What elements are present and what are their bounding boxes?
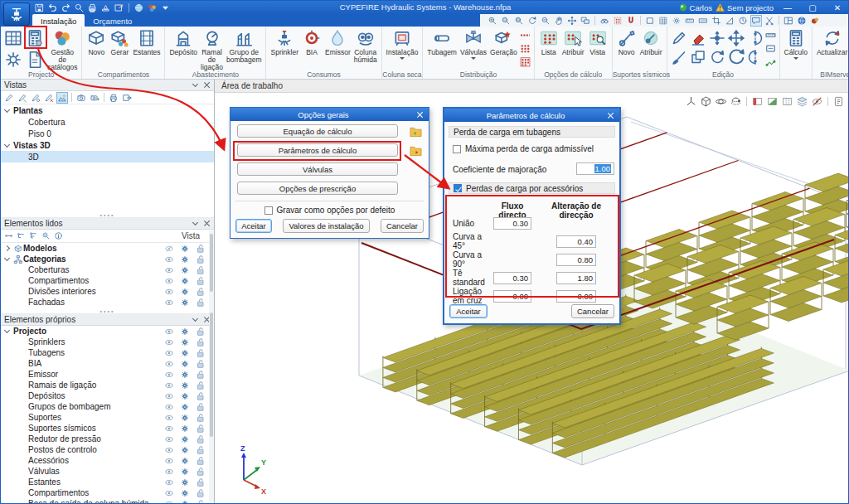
expand-chevron-icon[interactable] <box>4 328 10 334</box>
gear-blue-icon[interactable] <box>180 370 190 380</box>
bim-connect-icon[interactable] <box>133 2 144 13</box>
lock-open-icon[interactable] <box>196 499 206 504</box>
close-dialog-icon[interactable] <box>607 112 614 119</box>
view-new-icon[interactable] <box>3 92 15 104</box>
expand-chevron-icon[interactable] <box>4 143 10 148</box>
gear-blue-icon[interactable] <box>180 380 190 390</box>
gear-blue-icon[interactable] <box>180 391 190 401</box>
ramal-de-ligacao-button[interactable]: Ramal de ligação <box>199 27 225 73</box>
layers-icon[interactable] <box>796 95 808 108</box>
view-copy-icon[interactable] <box>30 92 41 104</box>
cancelar-button[interactable]: Cancelar <box>571 304 614 318</box>
gear-blue-icon[interactable] <box>180 337 190 347</box>
collapse-panel-icon[interactable] <box>192 220 198 226</box>
close-dialog-icon[interactable] <box>416 111 424 119</box>
dialog-title-bar[interactable]: Opções gerais <box>230 108 429 121</box>
report-button[interactable] <box>25 50 45 70</box>
accessory-loss-checkbox-row[interactable]: Perdas de carga por acessórios <box>449 182 615 194</box>
folder-export-icon[interactable] <box>410 145 422 157</box>
copy-icon[interactable] <box>689 48 707 66</box>
gear-blue-icon[interactable] <box>180 445 190 455</box>
lock-open-icon[interactable] <box>196 413 206 423</box>
web-icon[interactable] <box>796 15 808 27</box>
bim-models-icon[interactable] <box>147 2 158 13</box>
label-box-icon[interactable] <box>697 15 709 27</box>
tree-item-boca-de-saida-de-coluna-humida[interactable]: Boca de saída de coluna húmida <box>1 498 214 504</box>
fluxo-directo-input[interactable]: 0.30 <box>493 272 531 284</box>
deposito-button[interactable]: Depósito <box>167 27 199 57</box>
zoom-window-icon[interactable] <box>513 15 525 27</box>
alteracao-direccao-input[interactable]: 0.40 <box>556 235 596 248</box>
origin-axes-icon[interactable] <box>685 95 697 108</box>
gerar-button[interactable]: Gerar <box>108 27 131 57</box>
tree-item-bia[interactable]: BIA <box>1 358 214 369</box>
lock-open-icon[interactable] <box>196 434 206 444</box>
gear-blue-icon[interactable] <box>180 244 190 254</box>
gear-blue-icon[interactable] <box>180 477 190 487</box>
lock-open-icon[interactable] <box>196 359 206 369</box>
eye-icon[interactable] <box>164 445 174 455</box>
gear-blue-icon[interactable] <box>180 348 190 358</box>
eye-icon[interactable] <box>164 298 174 308</box>
camera-icon[interactable] <box>75 92 87 104</box>
eraser-icon[interactable] <box>689 29 707 47</box>
lock-open-icon[interactable] <box>196 402 206 412</box>
view-edit-icon[interactable] <box>17 92 28 104</box>
novo-button[interactable]: Novo <box>85 27 108 57</box>
tree-item-acessorios[interactable]: Acessórios <box>1 455 214 466</box>
collapse-chevron-icon[interactable] <box>4 245 10 251</box>
tree-item-postos-de-controlo[interactable]: Postos de controlo <box>1 444 214 455</box>
tubagem-button[interactable]: Tubagem <box>425 27 458 57</box>
lock-open-icon[interactable] <box>196 467 206 477</box>
eye-icon[interactable] <box>164 337 174 347</box>
tree-item-divisoes-interiores[interactable]: Divisões interiores <box>1 286 214 297</box>
app-icon[interactable] <box>3 2 30 26</box>
eye-icon[interactable] <box>164 276 174 286</box>
close-button[interactable]: ✕ <box>827 2 848 14</box>
collapse-panel-icon[interactable] <box>192 82 198 88</box>
tree-item-tubagens[interactable]: Tubagens <box>1 347 214 358</box>
lock-open-icon[interactable] <box>196 244 206 254</box>
info-icon[interactable] <box>53 230 64 241</box>
eye-icon[interactable] <box>164 370 174 380</box>
estantes-button[interactable]: Estantes <box>131 27 162 57</box>
collapse-all-icon[interactable] <box>3 230 14 241</box>
eye-icon[interactable] <box>164 488 174 498</box>
mirror1-icon[interactable] <box>746 29 764 47</box>
brush-icon[interactable] <box>670 48 688 66</box>
tree-item-coberturas[interactable]: Coberturas <box>1 264 214 275</box>
ruler-icon[interactable] <box>764 29 777 41</box>
tree-item-depositos[interactable]: Depósitos <box>1 390 214 401</box>
node-icon[interactable] <box>708 29 726 47</box>
gear-blue-icon[interactable] <box>180 327 190 337</box>
fluxo-directo-input[interactable]: 0.30 <box>493 217 531 230</box>
eye-icon[interactable] <box>164 456 174 466</box>
tree-item-emissor[interactable]: Emissor <box>1 369 214 380</box>
more-icon[interactable] <box>160 2 171 13</box>
minimize-button[interactable]: — <box>777 2 798 14</box>
hide-elements-icon[interactable] <box>811 95 823 108</box>
scrollbar[interactable] <box>209 308 214 504</box>
tab-instalacao[interactable]: Instalação <box>32 14 85 27</box>
search-model-icon[interactable] <box>41 230 51 241</box>
actualizar-button[interactable]: Actualizar <box>815 27 849 57</box>
tree-item-estantes[interactable]: Estantes <box>1 477 214 487</box>
gear-blue-icon[interactable] <box>180 413 190 423</box>
window-layout-icon[interactable] <box>783 15 794 27</box>
gear-blue-icon[interactable] <box>180 298 190 308</box>
export-icon[interactable] <box>114 2 124 13</box>
clip-red-icon[interactable] <box>751 95 764 108</box>
tables-button[interactable] <box>3 28 23 48</box>
tree-item-fachadas[interactable]: Fachadas <box>1 297 214 308</box>
tree-item-piso-0[interactable]: Piso 0 <box>1 128 214 139</box>
pan-icon[interactable] <box>553 15 565 27</box>
grid-icon[interactable] <box>657 15 669 27</box>
aceitar-button[interactable]: Aceitar <box>449 304 488 318</box>
parametros-de-calculo-button[interactable]: Parâmetros de cálculo <box>237 143 398 157</box>
gear-blue-icon[interactable] <box>180 424 190 434</box>
save-icon[interactable] <box>34 2 45 13</box>
orbit-icon[interactable] <box>715 95 727 108</box>
alteracao-direccao-input[interactable]: 0.80 <box>556 254 596 266</box>
eye-icon[interactable] <box>164 402 174 412</box>
redraw-icon[interactable] <box>526 15 538 27</box>
